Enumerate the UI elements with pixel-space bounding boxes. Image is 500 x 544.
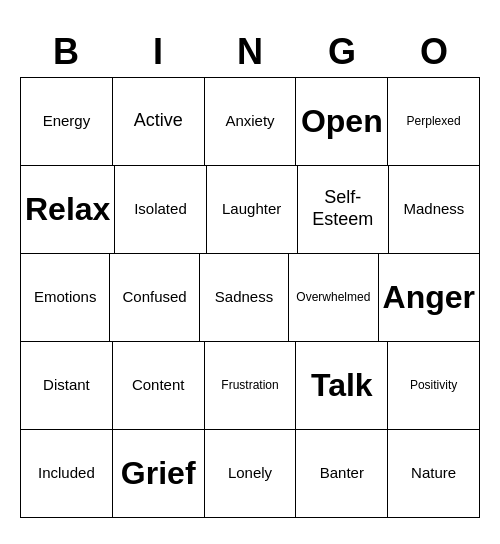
cell-text-4-3: Banter xyxy=(320,464,364,482)
cell-text-1-3: Self-Esteem xyxy=(302,187,384,230)
cell-text-2-1: Confused xyxy=(122,288,186,306)
bingo-cell-1-4: Madness xyxy=(389,166,480,254)
bingo-cell-0-3: Open xyxy=(296,78,388,166)
cell-text-4-2: Lonely xyxy=(228,464,272,482)
cell-text-0-0: Energy xyxy=(43,112,91,130)
bingo-cell-3-2: Frustration xyxy=(205,342,297,430)
bingo-cell-4-0: Included xyxy=(21,430,113,518)
cell-text-4-4: Nature xyxy=(411,464,456,482)
cell-text-4-0: Included xyxy=(38,464,95,482)
bingo-cell-4-4: Nature xyxy=(388,430,480,518)
bingo-cell-0-2: Anxiety xyxy=(205,78,297,166)
bingo-cell-0-1: Active xyxy=(113,78,205,166)
bingo-row-1: RelaxIsolatedLaughterSelf-EsteemMadness xyxy=(21,166,480,254)
bingo-header: BINGO xyxy=(20,27,480,77)
bingo-cell-2-4: Anger xyxy=(379,254,480,342)
bingo-card: BINGO EnergyActiveAnxietyOpenPerplexedRe… xyxy=(20,27,480,518)
cell-text-3-0: Distant xyxy=(43,376,90,394)
bingo-grid: EnergyActiveAnxietyOpenPerplexedRelaxIso… xyxy=(20,77,480,518)
cell-text-1-1: Isolated xyxy=(134,200,187,218)
cell-text-4-1: Grief xyxy=(121,454,196,492)
bingo-cell-1-0: Relax xyxy=(21,166,115,254)
cell-text-1-0: Relax xyxy=(25,190,110,228)
bingo-cell-2-3: Overwhelmed xyxy=(289,254,378,342)
bingo-row-2: EmotionsConfusedSadnessOverwhelmedAnger xyxy=(21,254,480,342)
header-letter-n: N xyxy=(204,27,296,77)
bingo-cell-2-2: Sadness xyxy=(200,254,289,342)
bingo-cell-3-3: Talk xyxy=(296,342,388,430)
cell-text-0-4: Perplexed xyxy=(407,114,461,128)
cell-text-2-2: Sadness xyxy=(215,288,273,306)
cell-text-3-3: Talk xyxy=(311,366,373,404)
cell-text-0-1: Active xyxy=(134,110,183,132)
cell-text-2-4: Anger xyxy=(383,278,475,316)
cell-text-3-4: Positivity xyxy=(410,378,457,392)
bingo-cell-4-3: Banter xyxy=(296,430,388,518)
bingo-cell-3-0: Distant xyxy=(21,342,113,430)
bingo-cell-2-1: Confused xyxy=(110,254,199,342)
cell-text-0-2: Anxiety xyxy=(225,112,274,130)
bingo-row-3: DistantContentFrustrationTalkPositivity xyxy=(21,342,480,430)
header-letter-b: B xyxy=(20,27,112,77)
bingo-cell-1-3: Self-Esteem xyxy=(298,166,389,254)
header-letter-g: G xyxy=(296,27,388,77)
bingo-cell-0-4: Perplexed xyxy=(388,78,480,166)
cell-text-1-2: Laughter xyxy=(222,200,281,218)
bingo-row-4: IncludedGriefLonelyBanterNature xyxy=(21,430,480,518)
cell-text-0-3: Open xyxy=(301,102,383,140)
bingo-row-0: EnergyActiveAnxietyOpenPerplexed xyxy=(21,78,480,166)
cell-text-2-0: Emotions xyxy=(34,288,97,306)
bingo-cell-3-4: Positivity xyxy=(388,342,480,430)
bingo-cell-4-1: Grief xyxy=(113,430,205,518)
bingo-cell-3-1: Content xyxy=(113,342,205,430)
bingo-cell-4-2: Lonely xyxy=(205,430,297,518)
header-letter-o: O xyxy=(388,27,480,77)
cell-text-3-2: Frustration xyxy=(221,378,278,392)
bingo-cell-0-0: Energy xyxy=(21,78,113,166)
header-letter-i: I xyxy=(112,27,204,77)
bingo-cell-1-2: Laughter xyxy=(207,166,298,254)
bingo-cell-1-1: Isolated xyxy=(115,166,206,254)
cell-text-3-1: Content xyxy=(132,376,185,394)
cell-text-2-3: Overwhelmed xyxy=(296,290,370,304)
bingo-cell-2-0: Emotions xyxy=(21,254,110,342)
cell-text-1-4: Madness xyxy=(404,200,465,218)
